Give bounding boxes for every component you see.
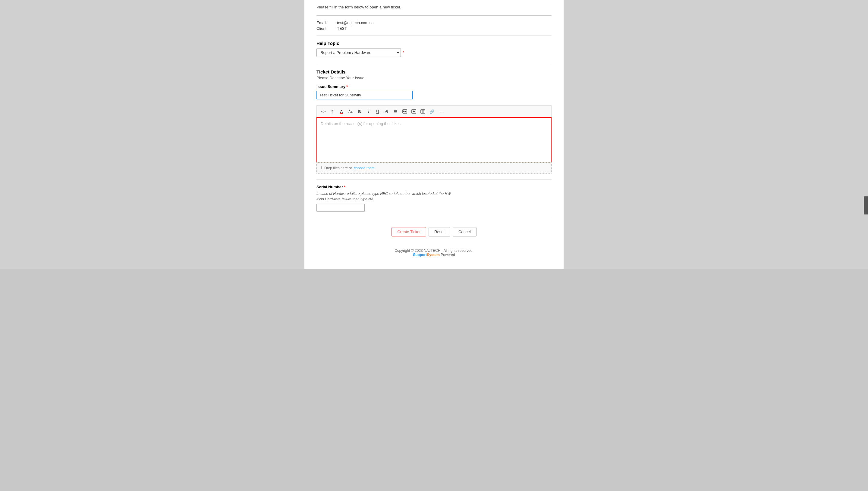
serial-number-required: * (344, 185, 345, 189)
bold-icon[interactable]: B (355, 108, 364, 115)
powered-text: Powered (441, 253, 455, 257)
copyright-text: Copyright © 2023 NAJTECH - All rights re… (316, 249, 552, 253)
rich-text-body[interactable]: Details on the reason(s) for opening the… (316, 117, 552, 162)
italic-icon[interactable]: I (364, 108, 373, 115)
create-ticket-button[interactable]: Create Ticket (392, 227, 426, 236)
cancel-button[interactable]: Cancel (453, 227, 476, 236)
media-icon[interactable] (410, 108, 418, 115)
font-size-icon[interactable]: Aa (346, 108, 355, 115)
svg-rect-4 (421, 110, 425, 113)
table-icon[interactable] (419, 108, 427, 115)
ticket-details-title: Ticket Details (316, 69, 552, 75)
paragraph-icon[interactable]: ¶ (328, 108, 337, 115)
email-label: Email: (316, 21, 335, 25)
user-info-section: Email: test@najtech.com.sa Client: TEST (316, 21, 552, 31)
help-topic-title: Help Topic (316, 41, 552, 46)
divider-3 (316, 63, 552, 63)
serial-number-label: Serial Number * (316, 185, 552, 189)
divider-2 (316, 35, 552, 36)
help-topic-group: Help Topic Report a Problem / Hardware G… (316, 41, 552, 57)
ticket-details-section: Ticket Details Please Describe Your Issu… (316, 69, 552, 174)
underline-icon[interactable]: U (373, 108, 382, 115)
rich-text-toolbar: <> ¶ A Aa B I U S ☰ (316, 106, 552, 117)
email-value: test@najtech.com.sa (337, 21, 374, 25)
scrollbar[interactable] (864, 196, 868, 214)
file-drop-text: Drop files here or (324, 166, 352, 170)
file-choose-link[interactable]: choose them (354, 166, 374, 170)
file-drop-area[interactable]: ℹ Drop files here or choose them (316, 162, 552, 174)
divider-5 (316, 218, 552, 218)
intro-text: Please fill in the form below to open a … (316, 5, 552, 9)
email-row: Email: test@najtech.com.sa (316, 21, 552, 25)
help-topic-select[interactable]: Report a Problem / Hardware General Inqu… (316, 48, 401, 57)
issue-summary-group: Issue Summary * (316, 84, 552, 99)
form-buttons: Create Ticket Reset Cancel (316, 227, 552, 236)
issue-summary-required: * (346, 84, 348, 89)
svg-marker-3 (413, 111, 415, 112)
support-text: Support (413, 253, 427, 257)
strikethrough-icon[interactable]: S (383, 108, 391, 115)
serial-number-group: Serial Number * In case of Hardware fail… (316, 185, 552, 212)
reset-button[interactable]: Reset (428, 227, 450, 236)
help-topic-required: * (403, 50, 404, 55)
powered-by: SupportSystem Powered (316, 253, 552, 257)
link-icon[interactable]: 🔗 (428, 108, 436, 115)
serial-number-input[interactable] (316, 204, 365, 212)
client-row: Client: TEST (316, 26, 552, 31)
divider-4 (316, 179, 552, 180)
code-icon[interactable]: <> (319, 108, 328, 115)
image-icon[interactable] (400, 108, 409, 115)
issue-summary-label: Issue Summary * (316, 84, 552, 89)
client-label: Client: (316, 26, 335, 31)
font-color-icon[interactable]: A (337, 108, 346, 115)
issue-summary-input[interactable] (316, 91, 413, 99)
list-icon[interactable]: ☰ (392, 108, 400, 115)
footer: Copyright © 2023 NAJTECH - All rights re… (316, 249, 552, 257)
hr-icon[interactable]: — (437, 108, 445, 115)
client-value: TEST (337, 26, 347, 31)
system-text: System (427, 253, 440, 257)
ticket-details-subtitle: Please Describe Your Issue (316, 76, 552, 80)
info-icon: ℹ (321, 166, 323, 170)
rich-text-placeholder: Details on the reason(s) for opening the… (321, 121, 401, 126)
serial-hint: In case of Hardware failure please type … (316, 191, 552, 202)
